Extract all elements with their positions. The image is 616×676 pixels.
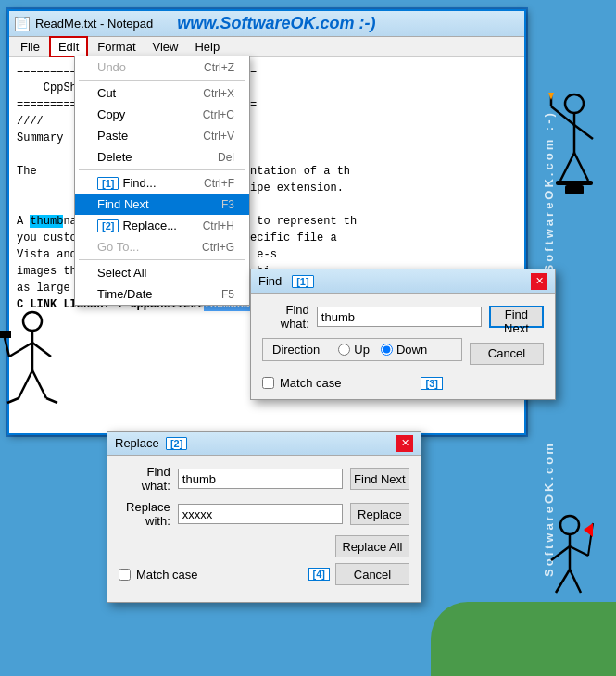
direction-up-radio[interactable] [338,344,350,356]
find-dialog-close-button[interactable]: ✕ [531,273,547,290]
replace-with-row: Replace with: Replace [119,500,409,528]
replace-all-button[interactable]: Replace All [335,535,409,557]
svg-point-10 [565,94,584,113]
separator-3 [79,259,245,260]
replace-find-what-row: Find what: Find Next [119,465,409,493]
replace-find-what-label: Find what: [119,465,170,493]
replace-with-input[interactable] [178,504,343,524]
replace-match-case-checkbox[interactable] [119,569,131,581]
notepad-menubar: File Edit Format View Help [9,37,524,57]
menu-replace[interactable]: [2]Replace... Ctrl+H [75,215,249,236]
replace-cancel-button[interactable]: Cancel [335,563,409,585]
match-case-checkbox[interactable] [262,377,274,389]
find-next-button[interactable]: Find Next [489,306,544,328]
svg-point-0 [23,312,42,331]
badge-4: [4] [308,568,330,581]
notepad-icon [15,17,30,31]
svg-line-5 [32,343,51,357]
svg-line-8 [7,398,19,403]
notepad-website: www.SoftwareOK.com :-) [177,14,375,33]
direction-up-option[interactable]: Up [338,343,370,357]
menu-goto[interactable]: Go To... Ctrl+G [75,236,249,257]
stick-figure-right-top [547,93,602,204]
find-dialog-title: Find [1] [258,274,318,288]
direction-down-option[interactable]: Down [381,343,427,357]
menu-select-all[interactable]: Select All [75,262,249,283]
cancel-button[interactable]: Cancel [470,343,544,365]
replace-dialog-titlebar: Replace [2] ✕ [107,432,421,456]
svg-line-17 [574,153,588,181]
svg-line-22 [551,546,570,560]
svg-line-16 [560,153,574,181]
svg-line-9 [46,398,57,403]
menu-file[interactable]: File [13,38,47,56]
svg-point-20 [560,516,579,534]
svg-line-7 [32,370,46,398]
replace-find-next-button[interactable]: Find Next [350,468,409,490]
menu-view[interactable]: View [145,38,186,56]
direction-down-radio[interactable] [381,344,393,356]
svg-rect-4 [0,331,11,338]
replace-find-what-input[interactable] [178,469,343,489]
find-what-row: Find what: Find Next [262,303,544,331]
find-what-input[interactable] [317,307,482,327]
menu-edit[interactable]: Edit [49,36,88,57]
menu-undo[interactable]: Undo Ctrl+Z [75,56,249,78]
svg-line-2 [9,343,32,357]
menu-copy[interactable]: Copy Ctrl+C [75,104,249,125]
notepad-titlebar: ReadMe.txt - Notepad www.SoftwareOK.com … [9,11,524,37]
menu-help[interactable]: Help [187,38,227,56]
match-case-label: Match case [280,376,341,390]
stick-figure-left [0,310,65,421]
replace-match-case-label: Match case [136,568,197,582]
replace-with-label: Replace with: [119,500,170,528]
svg-marker-14 [548,93,554,100]
match-case-row: Match case [3] [262,376,544,390]
replace-match-case-row: Match case [4] Cancel [119,563,409,585]
menu-find-next[interactable]: Find Next F3 [75,194,249,215]
menu-time-date[interactable]: Time/Date F5 [75,283,249,305]
direction-label: Direction [272,343,320,357]
svg-line-15 [574,125,593,139]
find-what-label: Find what: [262,303,309,331]
separator-1 [79,80,245,81]
svg-line-23 [570,546,588,556]
menu-format[interactable]: Format [90,38,143,56]
svg-line-27 [570,570,581,593]
svg-line-12 [551,106,574,125]
find-dialog-titlebar: Find [1] ✕ [251,269,555,294]
replace-dialog-title: Replace [2] [115,436,191,450]
menu-cut[interactable]: Cut Ctrl+X [75,82,249,104]
svg-marker-25 [584,523,593,537]
find-dialog: Find [1] ✕ Find what: Find Next Directio… [250,269,556,400]
svg-rect-19 [565,185,584,194]
replace-dialog-close-button[interactable]: ✕ [396,435,413,452]
badge-3: [3] [421,377,442,390]
svg-line-26 [556,570,570,593]
notepad-title: ReadMe.txt - Notepad [35,17,153,31]
menu-paste[interactable]: Paste Ctrl+V [75,125,249,146]
stick-figure-right-bottom [542,514,597,607]
menu-find[interactable]: [1]Find... Ctrl+F [75,172,249,194]
direction-group: Direction Up Down [262,338,462,361]
find-dialog-body: Find what: Find Next Direction Up Down C… [251,294,555,399]
menu-delete[interactable]: Delete Del [75,146,249,168]
replace-button[interactable]: Replace [350,503,409,525]
svg-rect-18 [556,181,593,185]
replace-dialog: Replace [2] ✕ Find what: Find Next Repla… [107,431,421,603]
separator-2 [79,169,245,170]
bottom-green-area [431,602,616,676]
svg-line-3 [5,338,9,357]
replace-dialog-body: Find what: Find Next Replace with: Repla… [107,456,421,602]
svg-line-6 [19,370,32,398]
edit-dropdown-menu: Undo Ctrl+Z Cut Ctrl+X Copy Ctrl+C Paste… [74,56,250,306]
